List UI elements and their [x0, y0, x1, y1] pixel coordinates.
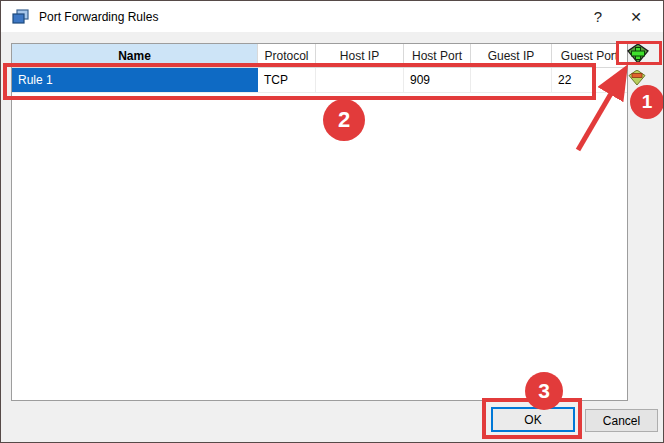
remove-rule-icon[interactable] [628, 70, 646, 86]
port-forwarding-dialog: Port Forwarding Rules ? ✕ Name Protocol … [0, 0, 664, 443]
help-button[interactable]: ? [579, 1, 617, 32]
annotation-step-1: 1 [630, 85, 664, 119]
cell-guest-port[interactable]: 22 [552, 68, 627, 92]
column-header-guest-port[interactable]: Guest Port [552, 44, 627, 67]
add-rule-icon[interactable] [627, 44, 649, 64]
ok-button[interactable]: OK [491, 407, 575, 432]
cancel-button[interactable]: Cancel [585, 409, 658, 432]
title-bar: Port Forwarding Rules ? ✕ [1, 1, 663, 32]
table-row-rule1[interactable]: Rule 1 TCP 909 22 [12, 68, 627, 93]
column-header-protocol[interactable]: Protocol [258, 44, 316, 67]
cell-host-ip[interactable] [316, 68, 404, 92]
dialog-windows-icon [12, 8, 30, 26]
cell-guest-ip[interactable] [471, 68, 552, 92]
dialog-title: Port Forwarding Rules [39, 10, 158, 24]
cell-host-port[interactable]: 909 [404, 68, 471, 92]
table-header-row: Name Protocol Host IP Host Port Guest IP… [12, 44, 627, 68]
close-icon[interactable]: ✕ [617, 1, 655, 32]
column-header-host-port[interactable]: Host Port [404, 44, 471, 67]
column-header-guest-ip[interactable]: Guest IP [471, 44, 552, 67]
port-forwarding-table: Name Protocol Host IP Host Port Guest IP… [11, 43, 628, 401]
cell-name-selected[interactable]: Rule 1 [12, 68, 258, 92]
cell-protocol[interactable]: TCP [258, 68, 316, 92]
column-header-name[interactable]: Name [12, 44, 258, 67]
column-header-host-ip[interactable]: Host IP [316, 44, 404, 67]
